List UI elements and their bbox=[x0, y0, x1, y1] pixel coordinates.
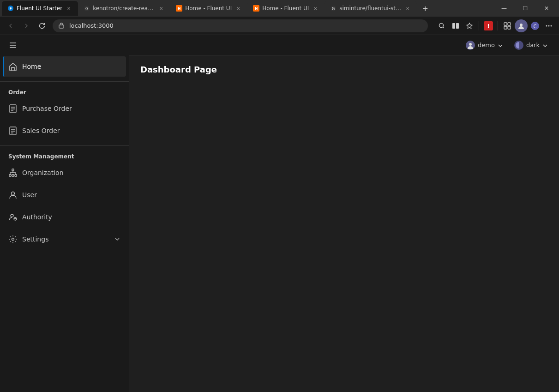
svg-rect-10 bbox=[59, 25, 64, 28]
url-text: localhost:3000 bbox=[69, 22, 422, 29]
browser-tab-3[interactable]: H Home - Fluent UI ✕ bbox=[170, 1, 247, 16]
nav-divider bbox=[479, 21, 479, 30]
app-header: demo dark bbox=[129, 35, 559, 55]
new-tab-button[interactable]: + bbox=[419, 2, 432, 15]
forward-button[interactable] bbox=[19, 19, 33, 33]
svg-point-33 bbox=[12, 192, 15, 195]
svg-text:F: F bbox=[9, 7, 12, 11]
tab-favicon-1: F bbox=[7, 5, 14, 12]
sidebar-item-home[interactable]: Home bbox=[3, 56, 126, 77]
user-profile-icon[interactable] bbox=[515, 19, 528, 32]
tab-favicon-5: G bbox=[330, 5, 337, 12]
hamburger-button[interactable] bbox=[6, 38, 20, 53]
svg-point-38 bbox=[469, 43, 472, 46]
tab-close-4[interactable]: ✕ bbox=[312, 5, 319, 12]
svg-rect-13 bbox=[456, 23, 459, 29]
app-layout: Home Order Purchase Order Sales bbox=[0, 35, 559, 392]
purchase-order-icon bbox=[8, 104, 18, 113]
sidebar-section-order: Order bbox=[0, 85, 129, 97]
extension-icon[interactable]: ! bbox=[482, 19, 495, 32]
sidebar-item-user[interactable]: User bbox=[3, 185, 126, 205]
favorites-icon[interactable] bbox=[463, 19, 476, 32]
browser-tab-2[interactable]: G kenotron/create-react-a... ✕ bbox=[78, 1, 170, 16]
svg-text:!: ! bbox=[487, 23, 489, 30]
svg-rect-29 bbox=[12, 169, 14, 171]
window-controls: — ☐ ✕ bbox=[493, 1, 557, 16]
tab-close-5[interactable]: ✕ bbox=[404, 5, 411, 12]
sidebar-item-settings[interactable]: Settings bbox=[3, 229, 126, 249]
browser-tab-4[interactable]: H Home - Fluent UI ✕ bbox=[247, 1, 325, 16]
nav-action-icons: ! bbox=[435, 19, 555, 32]
copilot-icon[interactable]: C bbox=[529, 19, 541, 32]
sidebar-item-purchase-order[interactable]: Purchase Order bbox=[3, 98, 126, 119]
sidebar-section-system-management: System Management bbox=[0, 150, 129, 162]
settings-chevron-icon bbox=[114, 236, 120, 243]
svg-point-26 bbox=[551, 25, 552, 26]
svg-text:H: H bbox=[178, 7, 181, 11]
refresh-button[interactable] bbox=[35, 19, 49, 33]
tab-close-2[interactable]: ✕ bbox=[157, 5, 165, 12]
theme-control[interactable]: dark bbox=[511, 39, 552, 52]
maximize-button[interactable]: ☐ bbox=[515, 1, 536, 16]
back-button[interactable] bbox=[4, 19, 18, 33]
sidebar-label-authority: Authority bbox=[22, 213, 52, 221]
home-icon bbox=[8, 62, 18, 71]
lock-icon bbox=[58, 22, 66, 30]
tab-favicon-2: G bbox=[84, 5, 90, 12]
user-label: demo bbox=[478, 42, 495, 48]
sidebar-item-organization[interactable]: Organization bbox=[3, 163, 126, 183]
svg-point-24 bbox=[546, 25, 547, 26]
svg-text:C: C bbox=[534, 24, 537, 29]
sidebar-label-purchase-order: Purchase Order bbox=[22, 105, 72, 112]
minimize-button[interactable]: — bbox=[493, 1, 515, 16]
collections-icon[interactable] bbox=[501, 19, 514, 32]
tab-label-1: Fluent UI Starter bbox=[17, 5, 62, 12]
sales-order-icon bbox=[8, 126, 18, 135]
browser-tab-5[interactable]: G siminture/fluentui-starte... ✕ bbox=[325, 1, 417, 16]
user-chevron-icon bbox=[498, 42, 503, 48]
sidebar-item-authority[interactable]: Authority bbox=[3, 207, 126, 227]
svg-rect-18 bbox=[504, 26, 507, 29]
tab-label-5: siminture/fluentui-starte... bbox=[339, 5, 401, 12]
organization-icon bbox=[8, 168, 18, 177]
main-content: Dashboard Page bbox=[129, 55, 559, 392]
sidebar-divider-2 bbox=[0, 145, 129, 146]
theme-label: dark bbox=[526, 42, 540, 48]
page-title: Dashboard Page bbox=[140, 65, 548, 74]
sidebar-label-settings: Settings bbox=[22, 235, 48, 243]
tab-close-1[interactable]: ✕ bbox=[65, 5, 72, 12]
tab-close-3[interactable]: ✕ bbox=[234, 5, 242, 12]
svg-point-36 bbox=[12, 238, 14, 241]
svg-text:H: H bbox=[255, 7, 258, 11]
svg-rect-31 bbox=[12, 175, 14, 176]
svg-rect-12 bbox=[452, 23, 455, 29]
settings-icon bbox=[8, 235, 18, 244]
tab-bar: F Fluent UI Starter ✕ G kenotron/create-… bbox=[0, 0, 559, 17]
close-button[interactable]: ✕ bbox=[536, 1, 557, 16]
split-screen-icon[interactable] bbox=[449, 19, 462, 32]
user-avatar-icon bbox=[466, 41, 475, 50]
svg-text:G: G bbox=[85, 7, 88, 11]
more-options-icon[interactable] bbox=[542, 19, 555, 32]
tab-label-2: kenotron/create-react-a... bbox=[93, 5, 155, 12]
sidebar-item-sales-order[interactable]: Sales Order bbox=[3, 121, 126, 141]
tab-favicon-3: H bbox=[176, 5, 182, 12]
svg-rect-32 bbox=[15, 175, 17, 176]
authority-icon bbox=[8, 212, 18, 222]
tab-favicon-4: H bbox=[253, 5, 259, 12]
sidebar: Home Order Purchase Order Sales bbox=[0, 35, 129, 392]
tab-label-3: Home - Fluent UI bbox=[185, 5, 232, 12]
sidebar-label-home: Home bbox=[22, 63, 41, 70]
search-icon-btn[interactable] bbox=[435, 19, 448, 32]
sidebar-label-sales-order: Sales Order bbox=[22, 127, 60, 134]
sidebar-divider-1 bbox=[0, 81, 129, 82]
address-bar[interactable]: localhost:3000 bbox=[53, 19, 428, 32]
sidebar-label-user: User bbox=[22, 191, 37, 199]
browser-tab-1[interactable]: F Fluent UI Starter ✕ bbox=[2, 1, 78, 16]
theme-icon bbox=[514, 41, 523, 50]
svg-rect-19 bbox=[508, 26, 511, 29]
svg-point-25 bbox=[548, 25, 550, 26]
theme-chevron-icon bbox=[542, 42, 548, 48]
nav-divider-2 bbox=[498, 21, 498, 30]
user-control[interactable]: demo bbox=[462, 39, 507, 52]
